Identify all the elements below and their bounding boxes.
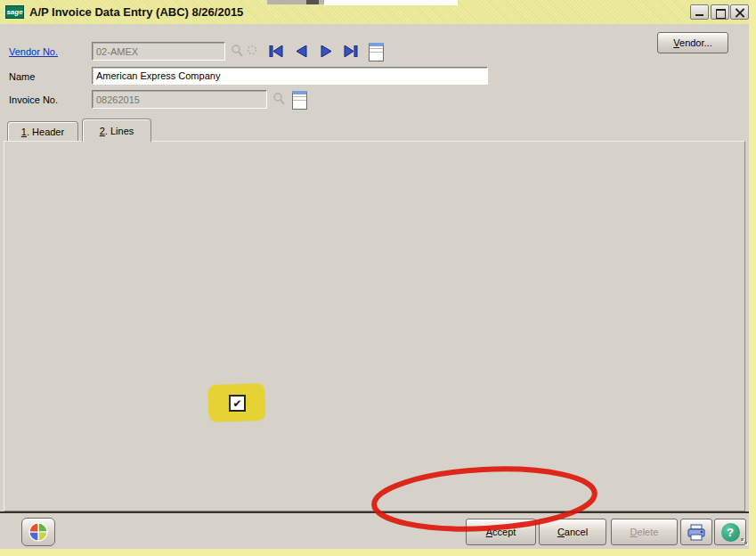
close-button[interactable]	[730, 4, 749, 20]
name-label: Name	[9, 71, 35, 82]
page-background: sage A/P Invoice Data Entry (ABC) 8/26/2…	[0, 0, 756, 556]
vendor-no-field: 02-AMEX	[92, 42, 225, 61]
resize-grip[interactable]	[744, 542, 747, 544]
vendor-flashlight-disabled-icon	[246, 44, 259, 60]
invoice-no-label: Invoice No.	[9, 94, 58, 105]
resize-grip[interactable]	[741, 538, 744, 541]
name-field[interactable]: American Express Company	[92, 67, 488, 85]
print-button[interactable]	[680, 519, 712, 545]
minimize-icon	[695, 14, 703, 16]
tab-lines[interactable]: 2. Lines	[82, 119, 151, 142]
invoice-no-field: 08262015	[92, 90, 267, 109]
close-icon	[735, 8, 744, 17]
screenshot-artifact	[324, 0, 458, 5]
vendor-lookup-disabled-icon	[231, 44, 244, 60]
first-record-button[interactable]	[265, 43, 287, 60]
maximize-icon	[716, 9, 726, 19]
transfer-checkbox[interactable]: ✔	[229, 395, 246, 412]
footer-divider	[0, 511, 749, 513]
printer-icon	[687, 524, 706, 541]
memo-icon	[369, 43, 384, 61]
invoice-flashlight-disabled-icon	[272, 92, 286, 108]
page-margin	[749, 0, 756, 556]
memo-icon	[292, 91, 307, 110]
minimize-button[interactable]	[690, 4, 709, 20]
invoice-memo-button[interactable]	[292, 91, 307, 110]
sage-logo-icon: sage	[5, 5, 24, 19]
previous-record-button[interactable]	[290, 43, 312, 60]
accept-button[interactable]: Accept	[466, 519, 536, 545]
pie-chart-icon	[28, 522, 48, 542]
help-button[interactable]: ?	[714, 519, 746, 545]
vendor-button[interactable]: Vendor...	[657, 32, 728, 53]
screenshot-artifact	[306, 0, 319, 4]
lines-tab-panel	[4, 141, 745, 511]
next-record-button[interactable]	[315, 43, 337, 60]
help-icon: ?	[721, 523, 740, 542]
delete-button-disabled: Delete	[611, 519, 678, 545]
window-title: A/P Invoice Data Entry (ABC) 8/26/2015	[29, 5, 243, 19]
vendor-no-link[interactable]: Vendor No.	[9, 46, 58, 57]
vendor-memo-button[interactable]	[369, 43, 384, 61]
cancel-button[interactable]: Cancel	[539, 519, 606, 545]
page-margin	[0, 549, 756, 556]
last-record-button[interactable]	[340, 43, 362, 60]
dashboard-button[interactable]	[21, 518, 55, 546]
maximize-button[interactable]	[711, 4, 729, 20]
app-window: sage A/P Invoice Data Entry (ABC) 8/26/2…	[0, 0, 750, 550]
tab-header[interactable]: 1. Header	[7, 121, 78, 141]
